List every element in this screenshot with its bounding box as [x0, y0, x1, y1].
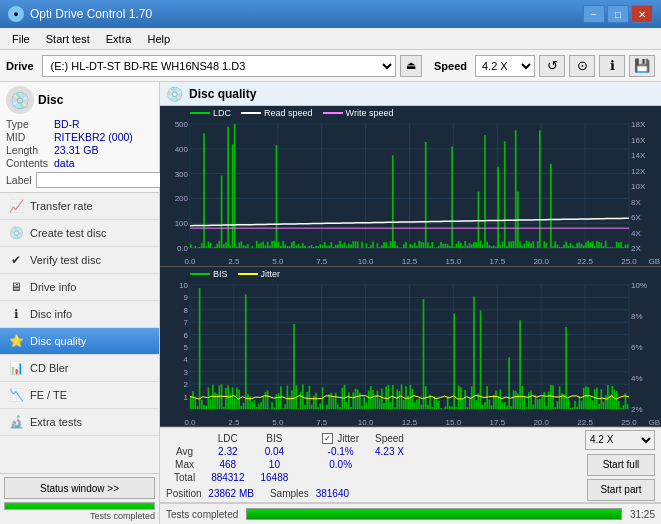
avg-bis: 0.04 — [253, 445, 297, 458]
max-bis: 10 — [253, 458, 297, 471]
menu-start-test[interactable]: Start test — [38, 31, 98, 47]
avg-jitter: -0.1% — [314, 445, 367, 458]
avg-label: Avg — [166, 445, 203, 458]
length-label: Length — [6, 144, 48, 156]
refresh-button[interactable]: ↺ — [539, 55, 565, 77]
disc-panel: 💿 Disc Type BD-R MID RITEKBR2 (000) Leng… — [0, 82, 159, 193]
col-row — [166, 432, 203, 445]
legend-read-speed: Read speed — [241, 108, 313, 118]
col-speed: Speed — [367, 432, 412, 445]
stats-speed-select[interactable]: 4.2 X — [585, 430, 655, 450]
label-row: Label ✎ — [6, 172, 153, 188]
position-label: Position — [166, 488, 202, 499]
speed-select[interactable]: 4.2 X — [475, 55, 535, 77]
transfer-rate-icon: 📈 — [8, 198, 24, 214]
drive-select[interactable]: (E:) HL-DT-ST BD-RE WH16NS48 1.D3 — [42, 55, 396, 77]
total-spacer — [296, 471, 314, 484]
sidebar-item-disc-quality[interactable]: ⭐ Disc quality — [0, 328, 159, 355]
bottom-status-bar: Tests completed 31:25 — [160, 502, 661, 524]
max-spacer — [296, 458, 314, 471]
bis-color — [190, 273, 210, 275]
sidebar-nav: 📈 Transfer rate 💿 Create test disc ✔ Ver… — [0, 193, 159, 473]
right-controls: 4.2 X Start full Start part — [585, 432, 655, 498]
total-row: Total 884312 16488 — [166, 471, 412, 484]
disc-quality-title: Disc quality — [189, 87, 256, 101]
avg-row: Avg 2.32 0.04 -0.1% 4.23 X — [166, 445, 412, 458]
status-completed-label: Tests completed — [166, 509, 238, 520]
position-value: 23862 MB — [208, 488, 254, 499]
bis-chart: BIS Jitter — [160, 267, 661, 428]
disc-panel-header: 💿 Disc — [6, 86, 153, 114]
right-content: 💿 Disc quality LDC Read speed — [160, 82, 661, 524]
sidebar: 💿 Disc Type BD-R MID RITEKBR2 (000) Leng… — [0, 82, 160, 524]
verify-test-disc-icon: ✔ — [8, 252, 24, 268]
drive-info-icon: 🖥 — [8, 279, 24, 295]
samples-label: Samples — [270, 488, 309, 499]
col-spacer — [296, 432, 314, 445]
main-progress-bar — [246, 508, 622, 520]
fe-te-label: FE / TE — [30, 389, 67, 401]
legend-ldc: LDC — [190, 108, 231, 118]
speed-select-row: 4.2 X — [585, 430, 655, 450]
main-progress-fill — [247, 509, 621, 519]
label-label: Label — [6, 174, 32, 186]
menu-extra[interactable]: Extra — [98, 31, 140, 47]
create-test-disc-label: Create test disc — [30, 227, 106, 239]
burn-button[interactable]: ⊙ — [569, 55, 595, 77]
status-window-button[interactable]: Status window >> — [4, 477, 155, 499]
mid-label: MID — [6, 131, 48, 143]
label-input[interactable] — [36, 172, 169, 188]
disc-quality-icon: ⭐ — [8, 333, 24, 349]
info-button[interactable]: ℹ — [599, 55, 625, 77]
main-content: 💿 Disc Type BD-R MID RITEKBR2 (000) Leng… — [0, 82, 661, 524]
position-row: Position 23862 MB — [166, 488, 254, 499]
sidebar-item-verify-test-disc[interactable]: ✔ Verify test disc — [0, 247, 159, 274]
menu-bar: File Start test Extra Help — [0, 28, 661, 50]
samples-row: Samples 381640 — [270, 488, 349, 499]
sidebar-item-cd-bler[interactable]: 📊 CD Bler — [0, 355, 159, 382]
jitter-col-label: Jitter — [337, 433, 359, 444]
read-speed-label: Read speed — [264, 108, 313, 118]
jitter-checkbox[interactable]: ✓ — [322, 433, 333, 444]
status-progress-fill — [5, 503, 154, 509]
menu-help[interactable]: Help — [139, 31, 178, 47]
write-speed-label: Write speed — [346, 108, 394, 118]
sidebar-item-disc-info[interactable]: ℹ Disc info — [0, 301, 159, 328]
stats-table: LDC BIS ✓ Jitter Speed — [166, 432, 412, 498]
avg-ldc: 2.32 — [203, 445, 252, 458]
close-button[interactable]: ✕ — [631, 5, 653, 23]
cd-bler-icon: 📊 — [8, 360, 24, 376]
status-bar-sidebar: Status window >> Tests completed — [0, 473, 159, 524]
bottom-chart-legend: BIS Jitter — [190, 269, 280, 279]
jitter-header: ✓ Jitter — [322, 433, 359, 444]
drive-label: Drive — [6, 60, 34, 72]
save-button[interactable]: 💾 — [629, 55, 655, 77]
verify-test-disc-label: Verify test disc — [30, 254, 101, 266]
total-bis: 16488 — [253, 471, 297, 484]
action-buttons: Start full Start part — [587, 454, 655, 501]
ldc-color — [190, 112, 210, 114]
status-completed-text: Tests completed — [4, 511, 155, 521]
sidebar-item-transfer-rate[interactable]: 📈 Transfer rate — [0, 193, 159, 220]
sidebar-item-fe-te[interactable]: 📉 FE / TE — [0, 382, 159, 409]
disc-icon: 💿 — [6, 86, 34, 114]
col-jitter: ✓ Jitter — [314, 432, 367, 445]
maximize-button[interactable]: □ — [607, 5, 629, 23]
bottom-chart-canvas — [160, 267, 661, 427]
jitter-color — [238, 273, 258, 275]
eject-button[interactable]: ⏏ — [400, 55, 422, 77]
col-bis: BIS — [253, 432, 297, 445]
minimize-button[interactable]: − — [583, 5, 605, 23]
jitter-legend-label: Jitter — [261, 269, 281, 279]
max-row: Max 468 10 0.0% — [166, 458, 412, 471]
sidebar-item-drive-info[interactable]: 🖥 Drive info — [0, 274, 159, 301]
total-speed-spacer — [367, 471, 412, 484]
start-part-button[interactable]: Start part — [587, 479, 655, 501]
title-bar-left: ● Opti Drive Control 1.70 — [8, 6, 152, 22]
transfer-rate-label: Transfer rate — [30, 200, 93, 212]
menu-file[interactable]: File — [4, 31, 38, 47]
start-full-button[interactable]: Start full — [587, 454, 655, 476]
sidebar-item-create-test-disc[interactable]: 💿 Create test disc — [0, 220, 159, 247]
type-label: Type — [6, 118, 48, 130]
sidebar-item-extra-tests[interactable]: 🔬 Extra tests — [0, 409, 159, 436]
